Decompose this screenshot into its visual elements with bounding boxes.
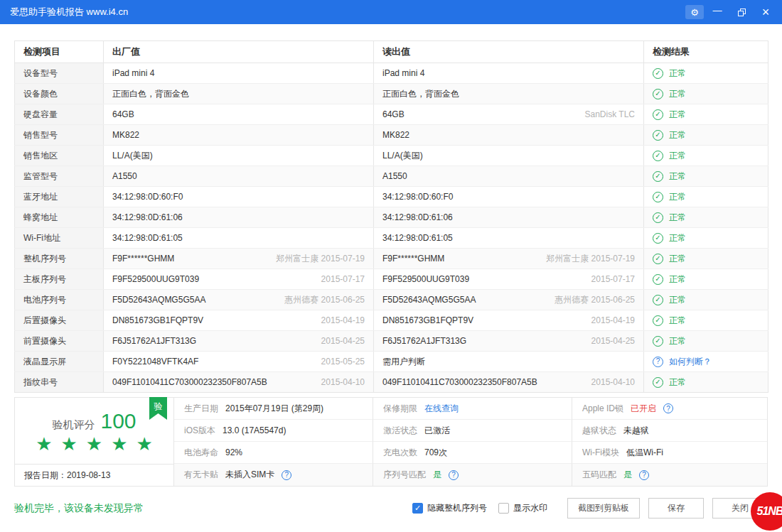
help-icon[interactable]: ? bbox=[282, 470, 291, 480]
close-button[interactable]: × bbox=[755, 4, 776, 21]
factory-value-cell: 正面白色，背面金色 bbox=[104, 84, 374, 104]
table-row: 硬盘容量 64GB 64GB SanDisk TLC ✓ 正常 bbox=[15, 104, 768, 125]
table-row: 蓝牙地址 34:12:98:0D:60:F0 34:12:98:0D:60:F0… bbox=[15, 187, 768, 207]
factory-value-cell: 049F11010411C703000232350F807A5B 2015-04… bbox=[104, 372, 374, 393]
score-panel: 验 验机评分 100 ★★★★★ 报告日期： 2019-08-13 bbox=[15, 398, 174, 486]
read-value: 正面白色，背面金色 bbox=[382, 88, 459, 100]
summary-value: 已激活 bbox=[424, 425, 450, 437]
factory-value-note: 2015-05-25 bbox=[321, 357, 365, 367]
summary-value: 低温Wi-Fi bbox=[626, 447, 663, 459]
item-label: 蜂窝地址 bbox=[15, 207, 104, 228]
summary-label: 五码匹配 bbox=[582, 469, 616, 481]
maximize-icon bbox=[738, 9, 746, 16]
result-text: 正常 bbox=[669, 129, 686, 141]
result-text: 正常 bbox=[669, 335, 686, 347]
summary-cell: 越狱状态 未越狱 bbox=[572, 420, 767, 442]
summary-cell: iOS版本 13.0 (17A5547d) bbox=[174, 420, 373, 442]
result-cell: ✓ 正常 bbox=[644, 104, 768, 125]
summary-value: 13.0 (17A5547d) bbox=[223, 425, 286, 435]
summary-label: 电池寿命 bbox=[184, 447, 218, 459]
factory-value: F5D52643AQMG5G5AA bbox=[112, 295, 205, 305]
item-label: Wi-Fi地址 bbox=[15, 228, 104, 249]
score-label: 验机评分 bbox=[52, 418, 95, 432]
result-cell: ✓ 正常 bbox=[644, 372, 768, 393]
read-value: LL/A(美国) bbox=[382, 150, 423, 162]
score-value: 100 bbox=[100, 409, 136, 433]
summary-label: Wi-Fi模块 bbox=[582, 447, 619, 459]
read-value-cell: DN851673GB1FQPT9V 2015-04-19 bbox=[374, 310, 644, 331]
summary-value: 92% bbox=[225, 447, 242, 457]
result-status-icon: ? bbox=[653, 357, 663, 367]
factory-value-cell: 34:12:98:0D:61:06 bbox=[104, 207, 374, 228]
factory-value-cell: F0Y5221048VFTK4AF 2015-05-25 bbox=[104, 352, 374, 372]
table-row: 设备型号 iPad mini 4 iPad mini 4 ✓ 正常 bbox=[15, 63, 768, 84]
show-watermark-checkbox[interactable]: ✓ bbox=[498, 503, 509, 514]
header-factory-value: 出厂值 bbox=[104, 41, 374, 63]
factory-value: iPad mini 4 bbox=[112, 68, 154, 78]
summary-cell: 激活状态 已激活 bbox=[373, 420, 572, 442]
factory-value: F9F529500UUG9T039 bbox=[112, 274, 199, 284]
result-status-icon: ✓ bbox=[653, 377, 663, 388]
factory-value-note: 2015-04-10 bbox=[321, 377, 365, 387]
read-value-cell: LL/A(美国) bbox=[374, 146, 644, 166]
result-cell: ✓ 正常 bbox=[644, 84, 768, 104]
summary-value: 未越狱 bbox=[623, 425, 649, 437]
summary-value: 是 bbox=[433, 469, 441, 481]
read-value-cell: A1550 bbox=[374, 166, 644, 187]
table-row: 销售型号 MK822 MK822 ✓ 正常 bbox=[15, 125, 768, 146]
result-status-icon: ✓ bbox=[653, 151, 663, 161]
read-value: 需用户判断 bbox=[382, 356, 425, 368]
report-table: 检测项目 出厂值 读出值 检测结果 设备型号 iPad mini 4 iPad … bbox=[14, 40, 768, 393]
read-value-note: 郑州富士康 2015-07-19 bbox=[546, 253, 635, 265]
result-status-icon: ✓ bbox=[653, 254, 663, 264]
factory-value: 049F11010411C703000232350F807A5B bbox=[112, 377, 267, 387]
report-date-row: 报告日期： 2019-08-13 bbox=[15, 464, 173, 486]
help-icon[interactable]: ? bbox=[639, 470, 649, 480]
factory-value-cell: MK822 bbox=[104, 125, 374, 146]
read-value: F9F529500UUG9T039 bbox=[382, 274, 469, 284]
result-status-icon: ✓ bbox=[653, 336, 663, 347]
table-row: 前置摄像头 F6J51762A1JFT313G 2015-04-25 F6J51… bbox=[15, 331, 768, 352]
result-cell: ✓ 正常 bbox=[644, 269, 768, 290]
help-icon[interactable]: ? bbox=[449, 470, 459, 480]
summary-value[interactable]: 在线查询 bbox=[424, 403, 459, 415]
star-icon: ★ bbox=[36, 435, 52, 453]
minimize-icon: — bbox=[713, 5, 722, 16]
item-label: 设备颜色 bbox=[15, 84, 104, 104]
summary-label: iOS版本 bbox=[184, 425, 215, 437]
factory-value: 64GB bbox=[112, 109, 134, 119]
result-status-icon: ✓ bbox=[653, 192, 663, 202]
summary-value: 709次 bbox=[424, 447, 447, 459]
minimize-button[interactable]: — bbox=[707, 4, 728, 21]
result-text: 正常 bbox=[669, 150, 686, 162]
summary-label: 有无卡贴 bbox=[184, 469, 218, 481]
table-row: 液晶显示屏 F0Y5221048VFTK4AF 2015-05-25 需用户判断… bbox=[15, 352, 768, 372]
settings-button[interactable]: ⚙ bbox=[685, 5, 704, 19]
read-value: MK822 bbox=[382, 130, 409, 140]
maximize-button[interactable] bbox=[731, 4, 752, 21]
item-label: 监管型号 bbox=[15, 166, 104, 187]
hide-serial-option: ✓ 隐藏整机序列号 bbox=[412, 502, 487, 514]
result-status-icon: ✓ bbox=[653, 233, 663, 244]
screenshot-to-clipboard-button[interactable]: 截图到剪贴板 bbox=[567, 498, 640, 519]
result-status-icon: ✓ bbox=[653, 89, 663, 99]
close-icon: × bbox=[762, 5, 770, 20]
read-value: A1550 bbox=[382, 171, 407, 181]
read-value: F5D52643AQMG5G5AA bbox=[382, 295, 476, 305]
summary-cell: Wi-Fi模块 低温Wi-Fi bbox=[572, 442, 767, 464]
factory-value-cell: 34:12:98:0D:61:05 bbox=[104, 228, 374, 249]
save-button[interactable]: 保存 bbox=[648, 498, 704, 519]
factory-value: F0Y5221048VFTK4AF bbox=[112, 357, 198, 367]
summary-cell: 电池寿命 92% bbox=[174, 442, 373, 464]
star-icon: ★ bbox=[86, 435, 102, 453]
factory-value-cell: 64GB bbox=[104, 104, 374, 125]
read-value-cell: MK822 bbox=[374, 125, 644, 146]
summary-grid: 生产日期 2015年07月19日 (第29周) 保修期限 在线查询 Apple … bbox=[174, 398, 767, 486]
result-cell: ✓ 正常 bbox=[644, 331, 768, 352]
result-text: 正常 bbox=[669, 376, 686, 389]
result-status-icon: ✓ bbox=[653, 171, 663, 182]
hide-serial-checkbox[interactable]: ✓ bbox=[412, 503, 423, 514]
how-to-judge-link[interactable]: 如何判断？ bbox=[669, 356, 712, 368]
help-icon[interactable]: ? bbox=[663, 403, 673, 413]
table-row: 后置摄像头 DN851673GB1FQPT9V 2015-04-19 DN851… bbox=[15, 310, 768, 331]
